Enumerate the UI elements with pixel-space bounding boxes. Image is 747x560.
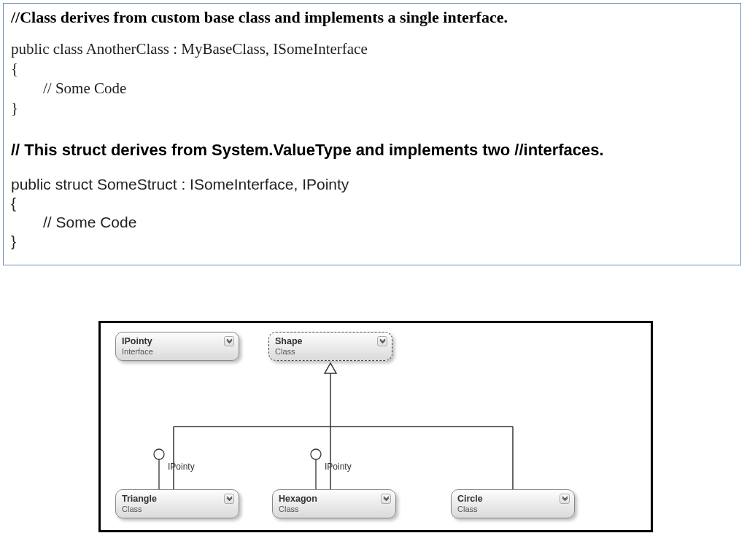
comment-struct: // This struct derives from System.Value… xyxy=(11,141,733,160)
uml-kind: Interface xyxy=(122,347,233,356)
brace-close: } xyxy=(11,99,733,117)
uml-kind: Class xyxy=(275,347,386,356)
uml-hexagon[interactable]: Hexagon Class xyxy=(272,489,396,518)
uml-kind: Class xyxy=(457,505,568,513)
uml-shape[interactable]: Shape Class xyxy=(268,332,392,361)
class-diagram: IPointy IPointy IPointy Interface Shape … xyxy=(98,321,653,532)
uml-kind: Class xyxy=(279,505,390,513)
uml-title: Hexagon xyxy=(279,494,390,504)
brace-close: } xyxy=(11,233,733,250)
code-body: // Some Code xyxy=(11,214,733,231)
uml-title: Shape xyxy=(275,336,386,346)
expand-icon[interactable] xyxy=(381,494,391,504)
uml-title: Triangle xyxy=(122,494,233,504)
uml-title: Circle xyxy=(457,494,568,504)
expand-icon[interactable] xyxy=(377,336,387,346)
code-line: public class AnotherClass : MyBaseClass,… xyxy=(11,40,733,58)
uml-title: IPointy xyxy=(122,336,233,346)
uml-ipointy[interactable]: IPointy Interface xyxy=(115,332,239,361)
comment-class: //Class derives from custom base class a… xyxy=(11,8,733,27)
uml-circle[interactable]: Circle Class xyxy=(451,489,575,518)
svg-marker-0 xyxy=(325,363,336,373)
uml-kind: Class xyxy=(122,505,233,513)
code-panel: //Class derives from custom base class a… xyxy=(3,3,741,265)
code-body: // Some Code xyxy=(11,79,733,98)
svg-point-6 xyxy=(154,449,164,459)
uml-triangle[interactable]: Triangle Class xyxy=(115,489,239,518)
brace-open: { xyxy=(11,60,733,78)
brace-open: { xyxy=(11,195,733,212)
expand-icon[interactable] xyxy=(224,336,234,346)
iface-label-triangle: IPointy xyxy=(168,462,195,472)
expand-icon[interactable] xyxy=(560,494,570,504)
expand-icon[interactable] xyxy=(224,494,234,504)
code-line: public struct SomeStruct : ISomeInterfac… xyxy=(11,176,733,193)
svg-point-8 xyxy=(311,449,321,459)
iface-label-hexagon: IPointy xyxy=(325,462,352,472)
